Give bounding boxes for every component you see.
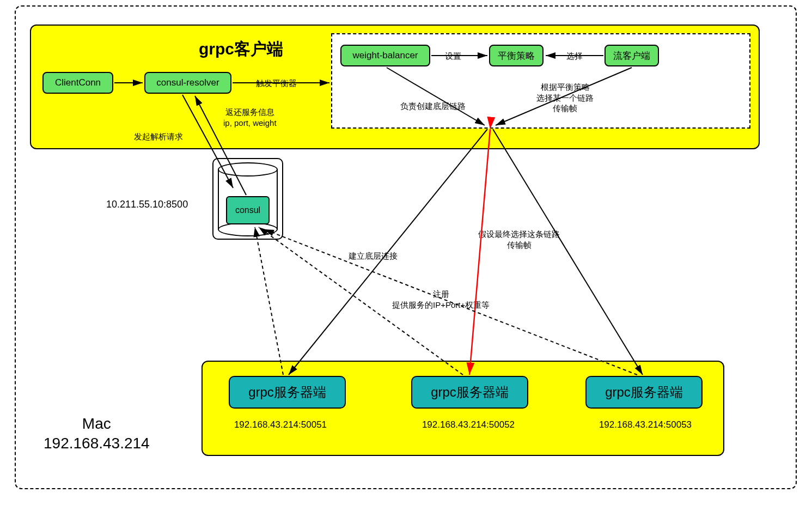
grpc-server-1: grpc服务器端 xyxy=(229,376,346,409)
edge-select-label: 选择 xyxy=(566,51,583,62)
consul-resolver-node: consul-resolver xyxy=(144,72,231,94)
edge-build-conn-label: 建立底层连接 xyxy=(349,251,398,261)
weight-balancer-label: weight-balancer xyxy=(352,50,418,61)
policy-label: 平衡策略 xyxy=(498,50,535,62)
grpc-server-3: grpc服务器端 xyxy=(585,376,703,409)
weight-balancer-node: weight-balancer xyxy=(340,45,430,66)
edge-pick-link-label: 根据平衡策略 选择某一个链路 传输帧 xyxy=(536,82,594,114)
edge-assume-select-label: 假设最终选择这条链路 传输帧 xyxy=(478,229,560,250)
edge-register-label: 注册 提供服务的IP+Port+权重等 xyxy=(392,289,490,310)
consul-node: consul xyxy=(226,196,270,224)
stream-label: 流客户端 xyxy=(613,50,650,62)
edge-return-info-label: 返还服务信息 ip, port, weight xyxy=(223,107,277,128)
grpc-server-1-label: grpc服务器端 xyxy=(248,384,326,401)
server-3-address: 192.168.43.214:50053 xyxy=(594,419,697,430)
server-2-address: 192.168.43.214:50052 xyxy=(417,419,520,430)
clientconn-label: ClientConn xyxy=(55,77,101,88)
grpc-server-3-label: grpc服务器端 xyxy=(605,384,683,401)
balance-policy-node: 平衡策略 xyxy=(489,45,544,66)
clientconn-node: ClientConn xyxy=(42,72,113,94)
consul-address-label: 10.211.55.10:8500 xyxy=(106,199,188,210)
grpc-server-2: grpc服务器端 xyxy=(411,376,528,409)
grpc-client-title: grpc客户端 xyxy=(199,38,283,60)
edge-send-resolve-label: 发起解析请求 xyxy=(134,131,183,142)
mac-host-text: Mac 192.168.43.214 xyxy=(44,415,150,452)
edge-trigger-balancer-label: 触发平衡器 xyxy=(256,78,297,89)
edge-create-link-label: 负责创建底层链路 xyxy=(400,101,466,112)
edge-set-label: 设置 xyxy=(445,51,461,62)
resolver-label: consul-resolver xyxy=(156,77,219,88)
stream-client-node: 流客户端 xyxy=(605,45,659,66)
consul-label: consul xyxy=(235,205,260,215)
mac-host-label: Mac 192.168.43.214 xyxy=(44,414,150,454)
server-1-address: 192.168.43.214:50051 xyxy=(229,419,332,430)
grpc-server-2-label: grpc服务器端 xyxy=(431,384,509,401)
